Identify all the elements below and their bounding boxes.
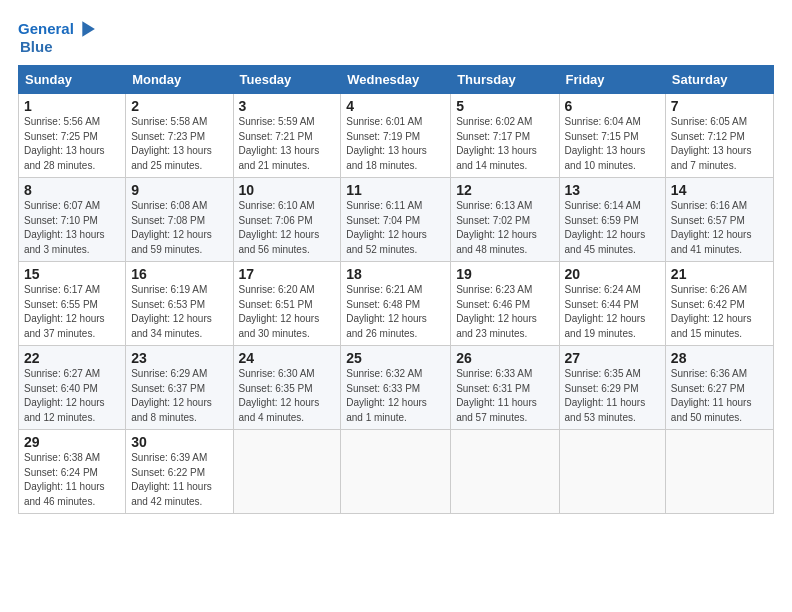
- calendar-cell: [559, 430, 665, 514]
- calendar-cell: 24Sunrise: 6:30 AM Sunset: 6:35 PM Dayli…: [233, 346, 341, 430]
- day-number: 30: [131, 434, 227, 450]
- day-info: Sunrise: 6:01 AM Sunset: 7:19 PM Dayligh…: [346, 115, 445, 173]
- day-number: 5: [456, 98, 553, 114]
- weekday-header-saturday: Saturday: [665, 66, 773, 94]
- weekday-header-thursday: Thursday: [451, 66, 559, 94]
- day-number: 16: [131, 266, 227, 282]
- calendar-cell: 9Sunrise: 6:08 AM Sunset: 7:08 PM Daylig…: [126, 178, 233, 262]
- week-row-1: 1Sunrise: 5:56 AM Sunset: 7:25 PM Daylig…: [19, 94, 774, 178]
- calendar-cell: [665, 430, 773, 514]
- day-number: 2: [131, 98, 227, 114]
- day-number: 29: [24, 434, 120, 450]
- day-number: 26: [456, 350, 553, 366]
- calendar-cell: 10Sunrise: 6:10 AM Sunset: 7:06 PM Dayli…: [233, 178, 341, 262]
- week-row-3: 15Sunrise: 6:17 AM Sunset: 6:55 PM Dayli…: [19, 262, 774, 346]
- day-number: 19: [456, 266, 553, 282]
- calendar-cell: 16Sunrise: 6:19 AM Sunset: 6:53 PM Dayli…: [126, 262, 233, 346]
- day-number: 28: [671, 350, 768, 366]
- day-number: 6: [565, 98, 660, 114]
- day-number: 21: [671, 266, 768, 282]
- day-number: 7: [671, 98, 768, 114]
- calendar-cell: 28Sunrise: 6:36 AM Sunset: 6:27 PM Dayli…: [665, 346, 773, 430]
- calendar-cell: 15Sunrise: 6:17 AM Sunset: 6:55 PM Dayli…: [19, 262, 126, 346]
- calendar-cell: 2Sunrise: 5:58 AM Sunset: 7:23 PM Daylig…: [126, 94, 233, 178]
- day-info: Sunrise: 6:26 AM Sunset: 6:42 PM Dayligh…: [671, 283, 768, 341]
- day-info: Sunrise: 6:30 AM Sunset: 6:35 PM Dayligh…: [239, 367, 336, 425]
- calendar-cell: 14Sunrise: 6:16 AM Sunset: 6:57 PM Dayli…: [665, 178, 773, 262]
- day-info: Sunrise: 6:20 AM Sunset: 6:51 PM Dayligh…: [239, 283, 336, 341]
- calendar-cell: 22Sunrise: 6:27 AM Sunset: 6:40 PM Dayli…: [19, 346, 126, 430]
- logo-blue: Blue: [20, 38, 53, 55]
- calendar-cell: [233, 430, 341, 514]
- day-info: Sunrise: 6:33 AM Sunset: 6:31 PM Dayligh…: [456, 367, 553, 425]
- day-number: 12: [456, 182, 553, 198]
- week-row-5: 29Sunrise: 6:38 AM Sunset: 6:24 PM Dayli…: [19, 430, 774, 514]
- day-info: Sunrise: 6:24 AM Sunset: 6:44 PM Dayligh…: [565, 283, 660, 341]
- weekday-header-sunday: Sunday: [19, 66, 126, 94]
- day-info: Sunrise: 6:27 AM Sunset: 6:40 PM Dayligh…: [24, 367, 120, 425]
- day-info: Sunrise: 6:35 AM Sunset: 6:29 PM Dayligh…: [565, 367, 660, 425]
- day-info: Sunrise: 6:29 AM Sunset: 6:37 PM Dayligh…: [131, 367, 227, 425]
- calendar-cell: 30Sunrise: 6:39 AM Sunset: 6:22 PM Dayli…: [126, 430, 233, 514]
- day-info: Sunrise: 6:04 AM Sunset: 7:15 PM Dayligh…: [565, 115, 660, 173]
- day-info: Sunrise: 6:38 AM Sunset: 6:24 PM Dayligh…: [24, 451, 120, 509]
- day-number: 1: [24, 98, 120, 114]
- day-info: Sunrise: 6:08 AM Sunset: 7:08 PM Dayligh…: [131, 199, 227, 257]
- calendar-cell: [451, 430, 559, 514]
- calendar-cell: 19Sunrise: 6:23 AM Sunset: 6:46 PM Dayli…: [451, 262, 559, 346]
- calendar-cell: 18Sunrise: 6:21 AM Sunset: 6:48 PM Dayli…: [341, 262, 451, 346]
- day-info: Sunrise: 6:07 AM Sunset: 7:10 PM Dayligh…: [24, 199, 120, 257]
- day-info: Sunrise: 6:02 AM Sunset: 7:17 PM Dayligh…: [456, 115, 553, 173]
- day-number: 20: [565, 266, 660, 282]
- calendar-cell: 7Sunrise: 6:05 AM Sunset: 7:12 PM Daylig…: [665, 94, 773, 178]
- calendar-cell: 17Sunrise: 6:20 AM Sunset: 6:51 PM Dayli…: [233, 262, 341, 346]
- day-info: Sunrise: 5:56 AM Sunset: 7:25 PM Dayligh…: [24, 115, 120, 173]
- calendar-cell: 4Sunrise: 6:01 AM Sunset: 7:19 PM Daylig…: [341, 94, 451, 178]
- day-info: Sunrise: 6:32 AM Sunset: 6:33 PM Dayligh…: [346, 367, 445, 425]
- calendar-cell: 26Sunrise: 6:33 AM Sunset: 6:31 PM Dayli…: [451, 346, 559, 430]
- day-info: Sunrise: 6:13 AM Sunset: 7:02 PM Dayligh…: [456, 199, 553, 257]
- day-number: 3: [239, 98, 336, 114]
- week-row-2: 8Sunrise: 6:07 AM Sunset: 7:10 PM Daylig…: [19, 178, 774, 262]
- weekday-header-wednesday: Wednesday: [341, 66, 451, 94]
- day-number: 15: [24, 266, 120, 282]
- day-number: 18: [346, 266, 445, 282]
- calendar-cell: 25Sunrise: 6:32 AM Sunset: 6:33 PM Dayli…: [341, 346, 451, 430]
- day-number: 24: [239, 350, 336, 366]
- calendar-cell: [341, 430, 451, 514]
- day-number: 25: [346, 350, 445, 366]
- day-number: 27: [565, 350, 660, 366]
- week-row-4: 22Sunrise: 6:27 AM Sunset: 6:40 PM Dayli…: [19, 346, 774, 430]
- day-number: 10: [239, 182, 336, 198]
- calendar-cell: 6Sunrise: 6:04 AM Sunset: 7:15 PM Daylig…: [559, 94, 665, 178]
- calendar-cell: 13Sunrise: 6:14 AM Sunset: 6:59 PM Dayli…: [559, 178, 665, 262]
- calendar-table: SundayMondayTuesdayWednesdayThursdayFrid…: [18, 65, 774, 514]
- day-number: 13: [565, 182, 660, 198]
- day-info: Sunrise: 6:05 AM Sunset: 7:12 PM Dayligh…: [671, 115, 768, 173]
- day-info: Sunrise: 6:21 AM Sunset: 6:48 PM Dayligh…: [346, 283, 445, 341]
- calendar-cell: 29Sunrise: 6:38 AM Sunset: 6:24 PM Dayli…: [19, 430, 126, 514]
- page: General Blue SundayMondayTuesdayWednesda…: [0, 0, 792, 612]
- day-number: 4: [346, 98, 445, 114]
- day-info: Sunrise: 6:39 AM Sunset: 6:22 PM Dayligh…: [131, 451, 227, 509]
- weekday-header-friday: Friday: [559, 66, 665, 94]
- calendar-cell: 20Sunrise: 6:24 AM Sunset: 6:44 PM Dayli…: [559, 262, 665, 346]
- weekday-header-tuesday: Tuesday: [233, 66, 341, 94]
- calendar-cell: 21Sunrise: 6:26 AM Sunset: 6:42 PM Dayli…: [665, 262, 773, 346]
- day-number: 14: [671, 182, 768, 198]
- calendar-cell: 27Sunrise: 6:35 AM Sunset: 6:29 PM Dayli…: [559, 346, 665, 430]
- day-info: Sunrise: 6:23 AM Sunset: 6:46 PM Dayligh…: [456, 283, 553, 341]
- svg-marker-0: [82, 21, 95, 37]
- calendar-cell: 12Sunrise: 6:13 AM Sunset: 7:02 PM Dayli…: [451, 178, 559, 262]
- day-info: Sunrise: 5:59 AM Sunset: 7:21 PM Dayligh…: [239, 115, 336, 173]
- day-info: Sunrise: 6:16 AM Sunset: 6:57 PM Dayligh…: [671, 199, 768, 257]
- day-info: Sunrise: 5:58 AM Sunset: 7:23 PM Dayligh…: [131, 115, 227, 173]
- calendar-cell: 3Sunrise: 5:59 AM Sunset: 7:21 PM Daylig…: [233, 94, 341, 178]
- day-info: Sunrise: 6:36 AM Sunset: 6:27 PM Dayligh…: [671, 367, 768, 425]
- logo-text: General: [18, 20, 74, 37]
- calendar-cell: 11Sunrise: 6:11 AM Sunset: 7:04 PM Dayli…: [341, 178, 451, 262]
- weekday-header-row: SundayMondayTuesdayWednesdayThursdayFrid…: [19, 66, 774, 94]
- day-number: 23: [131, 350, 227, 366]
- calendar-cell: 5Sunrise: 6:02 AM Sunset: 7:17 PM Daylig…: [451, 94, 559, 178]
- day-number: 17: [239, 266, 336, 282]
